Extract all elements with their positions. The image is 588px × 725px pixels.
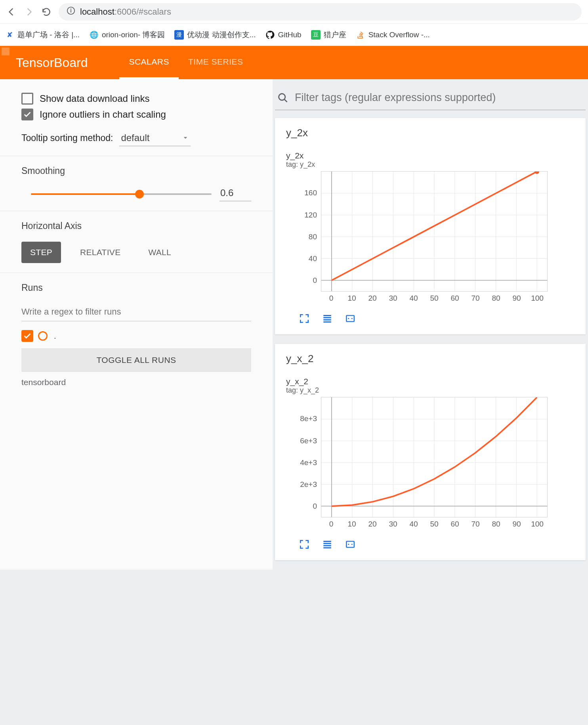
chart-title: y_x_2 <box>286 377 575 386</box>
forward-button[interactable] <box>24 7 34 17</box>
scalar-card: y_x_2 y_x_2 tag: y_x_2 02e+34e+36e+38e+3… <box>275 344 586 560</box>
checkbox-ignore-outliers[interactable] <box>21 109 33 120</box>
tag-filter-bar[interactable] <box>275 89 586 110</box>
tooltip-sort-label: Tooltip sorting method: <box>21 133 113 143</box>
horizontal-axis-label: Horizontal Axis <box>21 221 251 231</box>
favicon-icon: 漫 <box>174 30 184 40</box>
bookmark-label: Stack Overflow -... <box>368 31 430 39</box>
svg-rect-24 <box>346 315 354 321</box>
sidebar: Show data download links Ignore outliers… <box>0 79 273 570</box>
svg-point-23 <box>535 172 539 174</box>
bookmarks-bar: ✘ 题单广场 - 洛谷 |... 🌐 orion-orion- 博客园 漫 优动… <box>0 24 588 46</box>
expand-icon[interactable] <box>297 312 311 325</box>
browser-toolbar: localhost:6006/#scalars <box>0 0 588 24</box>
run-row: . <box>21 330 251 342</box>
bookmark-label: orion-orion- 博客园 <box>102 30 165 40</box>
favicon-icon: ✘ <box>5 30 14 40</box>
axis-option-wall[interactable]: WALL <box>139 242 180 263</box>
app-header: TensorBoard SCALARS TIME SERIES <box>0 46 588 79</box>
smoothing-value-input[interactable]: 0.6 <box>220 187 251 201</box>
svg-point-47 <box>351 544 353 545</box>
favicon-icon: 🌐 <box>89 30 99 40</box>
search-icon <box>277 92 288 103</box>
tag-filter-input[interactable] <box>294 91 583 104</box>
checkbox-show-download-links[interactable] <box>21 93 33 105</box>
checkbox-label: Ignore outliers in chart scaling <box>40 109 166 120</box>
svg-point-25 <box>348 318 349 319</box>
bookmark-item[interactable]: 豆 猎户座 <box>311 30 346 40</box>
svg-point-26 <box>351 318 353 319</box>
runs-footer: tensorboard <box>21 378 251 387</box>
smoothing-label: Smoothing <box>21 166 251 176</box>
site-info-icon[interactable] <box>67 6 75 17</box>
toggle-all-runs-button[interactable]: TOGGLE ALL RUNS <box>21 348 251 372</box>
svg-rect-2 <box>71 10 71 12</box>
svg-rect-45 <box>346 541 354 547</box>
bookmark-label: GitHub <box>278 31 302 39</box>
github-icon <box>265 30 275 40</box>
back-button[interactable] <box>6 7 17 17</box>
svg-point-1 <box>71 8 72 10</box>
stackoverflow-icon <box>356 30 365 40</box>
svg-point-46 <box>348 544 349 545</box>
chevron-down-icon <box>182 134 189 141</box>
fit-domain-icon[interactable] <box>343 538 357 551</box>
svg-point-3 <box>279 93 285 100</box>
bookmark-item[interactable]: 漫 优动漫 动漫创作支... <box>174 30 256 40</box>
content-area: y_2x y_2x tag: y_2x 04080120160 01020304… <box>273 79 588 570</box>
bookmark-label: 优动漫 动漫创作支... <box>187 30 256 40</box>
fit-domain-icon[interactable] <box>343 312 357 325</box>
run-name: . <box>54 332 56 341</box>
card-group-title[interactable]: y_x_2 <box>275 344 586 374</box>
tab-time-series[interactable]: TIME SERIES <box>179 46 253 79</box>
run-checkbox[interactable] <box>21 330 33 342</box>
svg-line-4 <box>284 99 287 102</box>
axis-option-step[interactable]: STEP <box>21 242 61 263</box>
checkbox-label: Show data download links <box>40 93 150 104</box>
favicon-icon: 豆 <box>311 30 321 40</box>
url-path: :6006/#scalars <box>115 7 171 17</box>
chart-title: y_2x <box>286 151 575 160</box>
card-group-title[interactable]: y_2x <box>275 118 586 148</box>
runs-filter-input[interactable] <box>21 303 251 321</box>
chart-tag: tag: y_2x <box>286 160 575 169</box>
smoothing-slider[interactable] <box>21 187 212 201</box>
axis-option-relative[interactable]: RELATIVE <box>71 242 129 263</box>
app-logo: TensorBoard <box>16 55 88 70</box>
chart-tag: tag: y_x_2 <box>286 386 575 395</box>
runs-label: Runs <box>21 282 251 293</box>
scalar-card: y_2x y_2x tag: y_2x 04080120160 01020304… <box>275 118 586 334</box>
reload-button[interactable] <box>41 7 52 17</box>
line-chart[interactable]: 02e+34e+36e+38e+3 0102030405060708090100 <box>286 397 548 532</box>
log-scale-icon[interactable] <box>320 312 334 325</box>
bookmark-label: 猎户座 <box>324 30 346 40</box>
tab-scalars[interactable]: SCALARS <box>119 46 179 79</box>
run-color-swatch <box>38 331 48 341</box>
log-scale-icon[interactable] <box>320 538 334 551</box>
bookmark-item[interactable]: 🌐 orion-orion- 博客园 <box>89 30 165 40</box>
expand-icon[interactable] <box>297 538 311 551</box>
line-chart[interactable]: 04080120160 0102030405060708090100 <box>286 171 548 306</box>
address-bar[interactable]: localhost:6006/#scalars <box>59 3 582 21</box>
bookmark-label: 题单广场 - 洛谷 |... <box>17 30 80 40</box>
tooltip-sort-select[interactable]: default <box>119 131 191 146</box>
url-host: localhost <box>80 7 115 17</box>
bookmark-item[interactable]: ✘ 题单广场 - 洛谷 |... <box>5 30 80 40</box>
bookmark-item[interactable]: Stack Overflow -... <box>356 30 430 40</box>
bookmark-item[interactable]: GitHub <box>265 30 302 40</box>
